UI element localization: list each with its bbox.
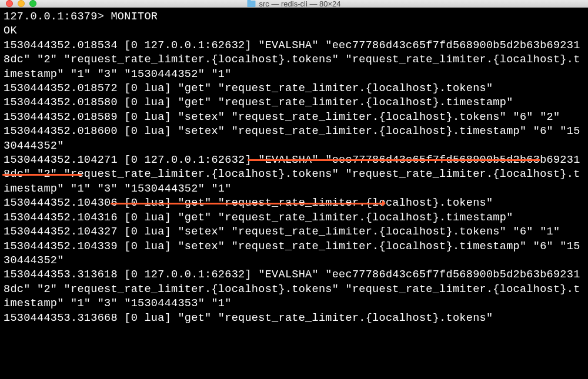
log-line: 1530444352.018534 [0 127.0.0.1:62632] "E… <box>4 39 580 81</box>
annotation-underline <box>2 174 82 176</box>
folder-icon <box>247 1 255 7</box>
traffic-lights <box>0 0 36 7</box>
close-icon[interactable] <box>6 0 13 7</box>
ok-line: OK <box>4 25 17 37</box>
log-line: 1530444352.018589 [0 lua] "setex" "reque… <box>4 111 560 123</box>
window-title-text: src — redis-cli — 80×24 <box>259 0 340 8</box>
zoom-icon[interactable] <box>29 0 36 7</box>
terminal-body[interactable]: 127.0.0.1:6379> MONITOR OK 1530444352.01… <box>0 8 588 379</box>
minimize-icon[interactable] <box>18 0 25 7</box>
annotation-underline <box>248 159 540 161</box>
log-line: 1530444352.018600 [0 lua] "setex" "reque… <box>4 125 580 152</box>
log-line: 1530444352.104316 [0 lua] "get" "request… <box>4 212 513 224</box>
log-line: 1530444352.018580 [0 lua] "get" "request… <box>4 96 513 109</box>
log-line: 1530444353.313668 [0 lua] "get" "request… <box>4 312 493 324</box>
log-line: 1530444352.018572 [0 lua] "get" "request… <box>4 82 493 95</box>
window-title: src — redis-cli — 80×24 <box>247 0 340 8</box>
prompt: 127.0.0.1:6379> <box>4 11 111 23</box>
terminal-window: src — redis-cli — 80×24 127.0.0.1:6379> … <box>0 0 588 379</box>
log-line: 1530444352.104327 [0 lua] "setex" "reque… <box>4 226 560 238</box>
log-line: 1530444352.104339 [0 lua] "setex" "reque… <box>4 240 580 267</box>
annotation-underline <box>111 203 382 204</box>
titlebar[interactable]: src — redis-cli — 80×24 <box>0 0 588 8</box>
command: MONITOR <box>111 11 158 23</box>
log-line: 1530444353.313618 [0 127.0.0.1:62632] "E… <box>4 269 580 310</box>
